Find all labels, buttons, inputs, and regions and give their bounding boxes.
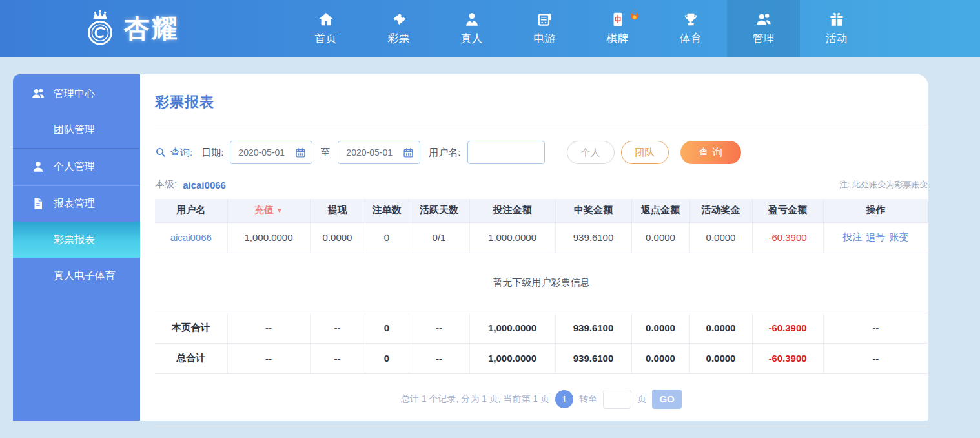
column-header-label: 充值 [254, 204, 274, 215]
table-cell: 0.0000 [310, 222, 365, 253]
level-value: aicai0066 [183, 180, 226, 191]
sidebar-item-label: 个人管理 [54, 160, 95, 174]
nav-item-live[interactable]: 真人 [435, 0, 508, 57]
dealer-icon [464, 11, 480, 28]
empty-message: 暂无下级用户彩票信息 [155, 253, 928, 313]
nav-item-lottery[interactable]: 彩票 [362, 0, 435, 57]
action-link-2[interactable]: 账变 [889, 231, 908, 242]
date-label: 日期: [201, 147, 223, 159]
total-cell: -- [227, 343, 310, 373]
crown-emblem-icon [81, 10, 119, 47]
column-header-0: 用户名 [155, 199, 227, 222]
column-header-9: 盈亏金额 [752, 199, 823, 222]
total-cell: 1,000.0000 [469, 313, 555, 343]
top-nav-bar: 杏耀 首页彩票真人电游棋牌体育管理活动 [0, 0, 980, 57]
total-cell: 0.0000 [631, 313, 689, 343]
date-from-field[interactable]: 2020-05-01 [230, 141, 312, 164]
goto-label: 转至 [579, 393, 597, 405]
total-cell: 总合计 [155, 343, 227, 373]
level-label: 本级: [155, 178, 177, 191]
total-cell: 本页合计 [155, 313, 227, 343]
personal-button[interactable]: 个人 [567, 141, 615, 164]
column-header-7: 返点金额 [631, 199, 689, 222]
calendar-icon[interactable] [403, 147, 414, 158]
column-header-label: 中奖金额 [574, 204, 613, 215]
total-cell: -- [310, 343, 365, 373]
nav-item-sports[interactable]: 体育 [654, 0, 727, 57]
username-label: 用户名: [429, 147, 460, 159]
action-link-0[interactable]: 投注 [842, 231, 862, 242]
title-divider [155, 125, 928, 125]
footer-divider [155, 426, 928, 438]
column-header-2: 提现 [310, 199, 365, 222]
nav-item-manage[interactable]: 管理 [727, 0, 800, 57]
total-cell: -60.3900 [752, 313, 823, 343]
column-header-label: 提现 [328, 204, 347, 215]
trophy-icon [682, 11, 699, 28]
goto-page-input[interactable] [603, 390, 631, 409]
total-cell: 0.0000 [689, 313, 752, 343]
date-to-value: 2020-05-01 [346, 147, 393, 158]
column-header-label: 操作 [866, 204, 885, 215]
username-link[interactable]: aicai0066 [170, 232, 212, 243]
team-button[interactable]: 团队 [621, 141, 669, 164]
sidebar-menu: 管理中心团队管理个人管理报表管理彩票报表真人电子体育 [13, 76, 140, 294]
date-to-label: 至 [320, 147, 330, 159]
table-cell: 0 [365, 222, 409, 253]
nav-item-label: 活动 [826, 31, 848, 46]
sidebar-item-lottery-report[interactable]: 彩票报表 [13, 222, 140, 258]
total-cell: -- [227, 313, 310, 343]
top-nav: 首页彩票真人电游棋牌体育管理活动 [289, 0, 873, 57]
column-header-label: 注单数 [373, 204, 402, 215]
actions-cell: 投注追号账变 [823, 222, 928, 253]
sidebar-item-report-manage[interactable]: 报表管理 [13, 185, 140, 222]
table-cell: 0.0000 [631, 222, 689, 253]
grand-total-row: 总合计----0--1,000.0000939.61000.00000.0000… [155, 343, 928, 373]
column-header-1[interactable]: 充值▼ [227, 199, 310, 222]
nav-item-egames[interactable]: 电游 [508, 0, 581, 57]
current-page-button[interactable]: 1 [555, 390, 573, 408]
date-from-value: 2020-05-01 [238, 147, 285, 158]
total-cell: 0.0000 [689, 343, 752, 373]
nav-item-home[interactable]: 首页 [289, 0, 362, 57]
username-input[interactable] [467, 141, 545, 164]
search-label: 查询: [170, 147, 192, 159]
column-header-4: 活跃天数 [409, 199, 469, 222]
group-icon [755, 11, 772, 28]
page-title: 彩票报表 [155, 92, 928, 112]
column-header-label: 活动奖金 [702, 204, 740, 215]
table-row: aicai00661,000.00000.000000/11,000.00009… [155, 222, 928, 253]
table-body: aicai00661,000.00000.000000/11,000.00009… [155, 222, 928, 373]
calendar-icon[interactable] [295, 147, 306, 158]
home-icon [318, 11, 334, 28]
brand-name: 杏耀 [124, 11, 179, 47]
action-link-1[interactable]: 追号 [866, 231, 885, 242]
page-total-row: 本页合计----0--1,000.0000939.61000.00000.000… [155, 313, 928, 343]
total-cell: -- [823, 313, 928, 343]
total-cell: 939.6100 [555, 313, 631, 343]
go-button[interactable]: GO [652, 390, 682, 409]
nav-item-activity[interactable]: 活动 [800, 0, 873, 57]
column-header-label: 用户名 [176, 204, 205, 215]
sidebar-item-personal-manage[interactable]: 个人管理 [13, 149, 140, 185]
nav-item-label: 管理 [753, 31, 775, 46]
sidebar-item-team-manage[interactable]: 团队管理 [13, 112, 140, 148]
user-icon [31, 160, 45, 174]
total-cell: -- [823, 343, 928, 373]
sidebar-item-manage-center[interactable]: 管理中心 [13, 76, 140, 112]
mahjong-icon [609, 11, 626, 28]
query-button[interactable]: 查询 [680, 141, 741, 164]
table-cell: 1,000.0000 [469, 222, 555, 253]
column-header-8: 活动奖金 [689, 199, 752, 222]
total-cell: 0.0000 [631, 343, 689, 373]
column-header-10: 操作 [823, 199, 928, 222]
date-to-field[interactable]: 2020-05-01 [338, 141, 420, 164]
total-cell: 1,000.0000 [469, 343, 555, 373]
group-icon [31, 87, 45, 101]
table-cell: 0/1 [409, 222, 469, 253]
sidebar-item-live-esports[interactable]: 真人电子体育 [13, 258, 140, 294]
total-cell: -- [310, 313, 365, 343]
nav-item-boardgames[interactable]: 棋牌 [581, 0, 654, 57]
table-cell: 1,000.0000 [227, 222, 310, 253]
account-note: 注: 此处账变为彩票账变 [839, 179, 928, 191]
